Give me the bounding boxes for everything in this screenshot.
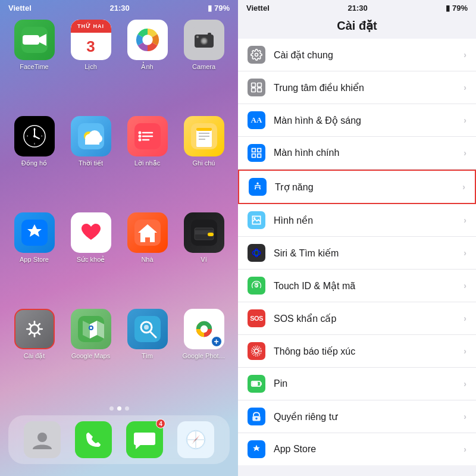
dock-contacts[interactable]: [24, 421, 61, 458]
settings-list: Cài đặt chung › Trung tâm điều khiển › A…: [238, 39, 476, 476]
accessibility-icon: [249, 178, 267, 196]
svg-point-8: [202, 39, 206, 43]
settings-row-sos[interactable]: SOS SOS khẩn cấp ›: [238, 302, 476, 335]
app-facetime-label: FaceTime: [20, 63, 49, 70]
exposure-label: Thông báo tiếp xúc: [274, 346, 464, 357]
settings-row-accessibility[interactable]: Trợ năng ›: [238, 170, 476, 204]
settings-row-siri[interactable]: Siri & Tìm kiếm ›: [238, 237, 476, 270]
control-label: Trung tâm điều khiển: [274, 82, 464, 93]
app-health[interactable]: Sức khoẻ: [67, 212, 114, 299]
app-find[interactable]: Tìm: [124, 309, 171, 396]
svg-rect-26: [85, 140, 99, 145]
privacy-icon: [248, 408, 265, 425]
svg-point-63: [90, 327, 92, 329]
app-wallet[interactable]: Ví: [180, 212, 227, 299]
svg-rect-84: [258, 88, 262, 92]
general-icon: [248, 46, 265, 64]
privacy-label: Quyền riêng tư: [274, 411, 464, 422]
settings-row-exposure[interactable]: Thông báo tiếp xúc ›: [238, 335, 476, 368]
svg-point-100: [255, 418, 257, 419]
svg-point-10: [196, 36, 199, 38]
app-calendar[interactable]: THỨ HAI 3 Lịch: [67, 20, 114, 107]
settings-row-control[interactable]: Trung tâm điều khiển ›: [238, 71, 476, 104]
battery-chevron: ›: [464, 379, 466, 389]
settings-row-display[interactable]: AA Màn hình & Độ sáng ›: [238, 104, 476, 137]
svg-point-70: [37, 433, 47, 442]
app-gphotos[interactable]: + Google Phot…: [180, 309, 227, 396]
svg-point-94: [255, 349, 259, 353]
app-photos[interactable]: Ảnh: [124, 20, 171, 107]
app-appstore[interactable]: App Store: [11, 212, 58, 299]
page-dot-3: [125, 406, 129, 411]
svg-line-56: [38, 324, 40, 325]
app-grid: FaceTime THỨ HAI 3 Lịch: [0, 14, 238, 402]
accessibility-chevron: ›: [462, 182, 465, 192]
dock-safari[interactable]: [177, 421, 214, 458]
app-weather-label: Thời tiết: [79, 159, 103, 167]
svg-rect-88: [258, 154, 261, 158]
app-weather[interactable]: Thời tiết: [67, 116, 114, 203]
svg-rect-83: [252, 88, 256, 92]
settings-panel: Viettel 21:30 ▮ 79% Cài đặt Cài đặt chun…: [238, 0, 476, 476]
home-screen: Viettel 21:30 ▮ 79% FaceTime THỨ HAI 3 L…: [0, 0, 238, 476]
app-gphotos-label: Google Phot…: [182, 352, 225, 359]
settings-header: Cài đặt: [238, 14, 476, 39]
app-settings[interactable]: Cài đặt: [11, 309, 58, 396]
status-bar-left: Viettel 21:30 ▮ 79%: [0, 0, 238, 14]
calendar-day: 3: [86, 39, 95, 54]
dock-messages[interactable]: 4: [126, 421, 163, 458]
svg-point-31: [138, 131, 141, 134]
homescreen-icon: [248, 144, 265, 162]
settings-row-wallpaper[interactable]: Hình nền ›: [238, 204, 476, 237]
svg-line-54: [29, 324, 31, 325]
svg-line-57: [29, 333, 31, 334]
general-chevron: ›: [464, 50, 466, 60]
appstore-settings-chevron: ›: [464, 444, 466, 454]
settings-row-appstore[interactable]: App Store ›: [238, 433, 476, 465]
settings-row-homescreen[interactable]: Màn hình chính ›: [238, 137, 476, 170]
settings-row-general[interactable]: Cài đặt chung ›: [238, 39, 476, 71]
svg-text:12: 12: [33, 128, 36, 131]
wallpaper-label: Hình nền: [274, 215, 464, 226]
wallpaper-chevron: ›: [464, 215, 466, 225]
settings-row-battery[interactable]: Pin ›: [238, 368, 476, 400]
app-reminders-label: Lời nhắc: [134, 159, 160, 167]
app-health-label: Sức khoẻ: [77, 256, 105, 264]
app-clock[interactable]: 12369 Đồng hồ: [11, 116, 58, 203]
app-reminders[interactable]: Lời nhắc: [124, 116, 171, 203]
app-notes[interactable]: Ghi chú: [180, 116, 227, 203]
siri-icon: [248, 244, 265, 262]
app-maps-label: Google Maps: [71, 352, 110, 359]
app-notes-label: Ghi chú: [193, 159, 215, 167]
display-chevron: ›: [464, 115, 466, 125]
general-label: Cài đặt chung: [274, 49, 464, 61]
svg-rect-35: [196, 129, 212, 147]
touchid-chevron: ›: [464, 281, 466, 290]
app-photos-label: Ảnh: [141, 63, 153, 71]
svg-rect-81: [252, 83, 256, 87]
svg-rect-82: [258, 83, 262, 87]
privacy-chevron: ›: [464, 412, 466, 421]
page-dot-2: [117, 406, 121, 411]
time-right: 21:30: [347, 4, 367, 12]
siri-chevron: ›: [464, 248, 466, 258]
svg-point-67: [144, 325, 149, 330]
battery-icon: [248, 375, 265, 393]
app-home[interactable]: Nhà: [124, 212, 171, 299]
settings-row-touchid[interactable]: Touch ID & Mật mã ›: [238, 270, 476, 302]
app-maps[interactable]: Google Maps: [67, 309, 114, 396]
svg-rect-71: [80, 427, 107, 453]
app-camera[interactable]: Camera: [180, 20, 227, 107]
svg-point-33: [138, 139, 141, 142]
control-icon: [248, 79, 265, 96]
svg-point-68: [200, 325, 207, 333]
settings-row-privacy[interactable]: Quyền riêng tư ›: [238, 400, 476, 433]
page-dot-1: [109, 406, 114, 411]
app-facetime[interactable]: FaceTime: [11, 20, 58, 107]
appstore-settings-label: App Store: [274, 444, 464, 455]
app-find-label: Tìm: [142, 352, 153, 359]
app-appstore-label: App Store: [20, 256, 49, 263]
dock-phone[interactable]: [75, 421, 112, 458]
svg-rect-47: [208, 233, 214, 236]
svg-point-91: [252, 250, 260, 255]
